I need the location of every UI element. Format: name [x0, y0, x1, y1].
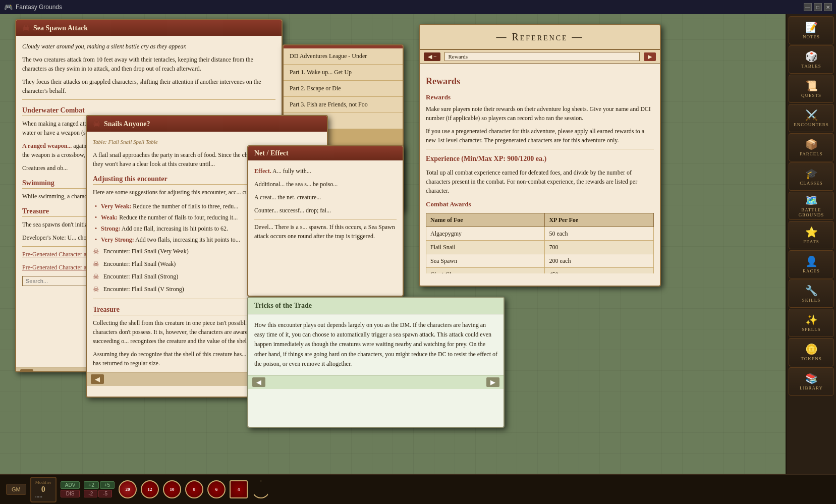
foe-flail: Flail Snail — [426, 241, 545, 254]
dice-d10[interactable]: 10 — [163, 480, 181, 498]
library-icon: 📚 — [805, 372, 818, 384]
panel-tricks: Tricks of the Trade How this encounter p… — [247, 297, 505, 428]
table-row: Flail Snail 700 — [426, 241, 654, 254]
modifier-box: Modifier 0 ••••• — [30, 477, 57, 502]
skills-label: Skills — [802, 298, 821, 303]
xp-algae: 50 each — [545, 227, 654, 241]
close-btn[interactable]: ✕ — [824, 3, 832, 11]
window-controls[interactable]: — □ ✕ — [804, 3, 832, 11]
minus2-btn[interactable]: -2 — [84, 490, 97, 497]
nav-item-1[interactable]: DD Adventures League - Under — [284, 48, 403, 65]
dice-d20-label: 20 — [126, 487, 130, 492]
dots-icon: ••••• — [35, 495, 42, 499]
ref-back-btn[interactable]: ◀ − — [424, 52, 440, 61]
minimize-btn[interactable]: — — [804, 3, 812, 11]
panel-net-content[interactable]: Effect. A... fully with... Additional...… — [248, 160, 403, 290]
app-icon: 🎮 — [4, 3, 13, 11]
para-2: They focus their attacks on grappled cha… — [22, 77, 275, 95]
table-row: Algaepygmy 50 each — [426, 227, 654, 241]
sidebar-btn-encounters[interactable]: ⚔️ Encounters — [789, 104, 834, 132]
tricks-prev-btn[interactable]: ◀ — [252, 377, 265, 387]
library-label: Library — [800, 385, 823, 390]
dice-d20[interactable]: 20 — [119, 480, 137, 498]
dice-d12-label: 12 — [148, 487, 152, 492]
panel-reference: — Reference — ◀ − Rewards ▶ Rewards Rewa… — [419, 24, 661, 287]
maximize-btn[interactable]: □ — [814, 3, 822, 11]
tricks-text: How this encounter plays out depends lar… — [254, 320, 497, 369]
map-background[interactable]: ☠ Sea Spawn Attack Cloudy water around y… — [0, 14, 786, 474]
panel-net: Net / Effect Effect. A... fully with... … — [247, 145, 404, 297]
dice-d6[interactable]: 6 — [207, 480, 226, 498]
tables-icon: 🎲 — [805, 50, 818, 63]
table-row: Giant Clam 450 — [426, 268, 654, 274]
nav-item-2[interactable]: Part 1. Wake up... Get Up — [284, 65, 403, 81]
dice-d8-label: 8 — [193, 487, 196, 492]
snail-prev-btn[interactable]: ◀ — [91, 374, 104, 384]
notes-label: Notes — [803, 34, 820, 39]
encounter-label-1: Encounter: Flail Snail (Very Weak) — [103, 247, 189, 256]
nav-item-3[interactable]: Part 2. Escape or Die — [284, 81, 403, 97]
tokens-label: Tokens — [801, 356, 821, 361]
app-title: Fantasy Grounds — [16, 4, 62, 11]
xp-heading: Experience (Min/Max XP: 900/1200 ea.) — [426, 153, 654, 164]
dice-d4[interactable]: 4 — [230, 480, 248, 498]
feats-icon: ⭐ — [805, 226, 818, 238]
net-creature: A creat... the net. creature... — [254, 193, 397, 202]
reference-content[interactable]: Rewards Rewards Make sure players note t… — [420, 64, 660, 273]
panel-sea-spawn-title: Sea Spawn Attack — [33, 24, 88, 32]
sidebar-btn-feats[interactable]: ⭐ Feats — [789, 221, 834, 249]
panel-tricks-header: Tricks of the Trade — [248, 298, 504, 314]
link-pregen-1[interactable]: Pre-Generated Character a... — [22, 251, 91, 258]
xp-flail: 700 — [545, 241, 654, 254]
panel-sea-spawn-header: ☠ Sea Spawn Attack — [16, 20, 282, 36]
sidebar-btn-tables[interactable]: 🎲 Tables — [789, 45, 834, 74]
link-pregen-2[interactable]: Pre-Generated Character a... — [22, 264, 91, 271]
encounter-icon-4: ☠ — [93, 284, 99, 295]
sidebar-btn-parcels[interactable]: 📦 Parcels — [789, 133, 834, 161]
dis-button[interactable]: DIS — [61, 490, 80, 497]
plus5-btn[interactable]: +5 — [100, 481, 115, 489]
sidebar-btn-notes[interactable]: 📝 Notes — [789, 16, 834, 44]
tricks-next-btn[interactable]: ▶ — [486, 377, 499, 387]
net-effect: Effect. A... fully with... — [254, 166, 397, 176]
sidebar-btn-skills[interactable]: 🔧 Skills — [789, 279, 834, 308]
skills-icon: 🔧 — [805, 285, 818, 297]
combat-table: Name of Foe XP Per Foe Algaepygmy 50 eac… — [426, 213, 654, 273]
modifier-value: 0 — [35, 485, 51, 494]
classes-label: Classes — [800, 181, 823, 186]
adv-button[interactable]: ADV — [61, 481, 80, 489]
ref-forward-btn[interactable]: ▶ — [644, 52, 656, 61]
minus5-btn[interactable]: -5 — [98, 490, 112, 497]
sidebar-btn-quests[interactable]: 📜 Quests — [789, 75, 834, 103]
tricks-title: Tricks of the Trade — [254, 302, 312, 309]
sidebar-btn-races[interactable]: 👤 Races — [789, 250, 834, 278]
reference-toolbar: ◀ − Rewards ▶ — [420, 50, 660, 64]
gm-button[interactable]: GM — [6, 484, 26, 495]
dice-d8[interactable]: 8 — [185, 480, 203, 498]
sidebar-btn-classes[interactable]: 🎓 Classes — [789, 162, 834, 191]
para-intro: Cloudy water around you, making a silent… — [22, 42, 275, 51]
main-area: ☠ Sea Spawn Attack Cloudy water around y… — [0, 14, 836, 474]
xp-seaspawn: 200 each — [545, 254, 654, 268]
snail-skull-icon: ☠ — [93, 119, 100, 129]
nav-item-4[interactable]: Part 3. Fish are Friends, not Foo — [284, 97, 403, 113]
encounter-icon-2: ☠ — [93, 259, 99, 269]
dice-d10-label: 10 — [170, 487, 175, 492]
dice-d12[interactable]: 12 — [141, 480, 159, 498]
sidebar-btn-battlegrounds[interactable]: 🗺️ Battle Grounds — [789, 192, 834, 220]
net-counter: Counter... successf... drop; fai... — [254, 206, 397, 215]
plus2-btn[interactable]: +2 — [84, 481, 98, 489]
sidebar-btn-library[interactable]: 📚 Library — [789, 367, 834, 396]
tables-label: Tables — [801, 64, 821, 69]
net-additional: Additional... the sea s... be poiso... — [254, 180, 397, 189]
sidebar-btn-spells[interactable]: ✨ Spells — [789, 309, 834, 337]
encounter-label-4: Encounter: Flail Snail (V Strong) — [103, 285, 184, 294]
h2-underwater: Underwater Combat — [22, 105, 275, 116]
prev-btn[interactable]: ◀ — [20, 369, 33, 372]
feats-label: Feats — [803, 239, 819, 244]
foe-clam: Giant Clam — [426, 268, 545, 274]
sidebar-btn-tokens[interactable]: 🪙 Tokens — [789, 338, 834, 366]
classes-icon: 🎓 — [805, 167, 818, 180]
dice-triangle[interactable] — [252, 480, 270, 498]
tricks-content[interactable]: How this encounter plays out depends lar… — [248, 314, 504, 375]
